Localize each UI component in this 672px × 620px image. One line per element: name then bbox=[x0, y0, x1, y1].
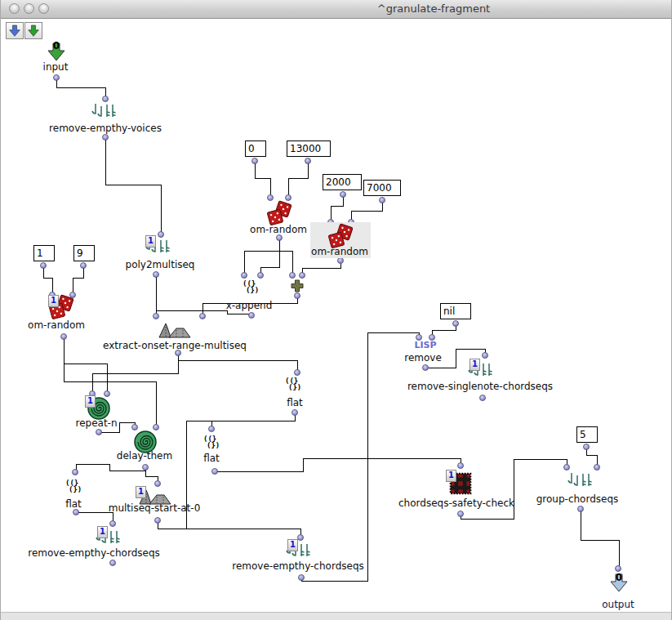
eval-once-badge[interactable]: 1 bbox=[145, 235, 156, 248]
outlet[interactable] bbox=[110, 560, 116, 566]
node-label-flat[interactable]: flat bbox=[287, 397, 303, 408]
node-label-delay-them[interactable]: delay-them bbox=[117, 450, 172, 462]
inlet[interactable] bbox=[483, 353, 488, 359]
notes-icon[interactable] bbox=[567, 471, 595, 492]
outlet[interactable] bbox=[81, 263, 87, 269]
inlet[interactable] bbox=[154, 314, 159, 319]
outlet[interactable] bbox=[305, 158, 311, 164]
dice-icon[interactable] bbox=[265, 200, 293, 226]
node-label-output[interactable]: output bbox=[602, 599, 634, 610]
eval-once-badge[interactable]: 1 bbox=[136, 486, 146, 498]
node-label-flat[interactable]: flat bbox=[203, 453, 220, 464]
node-label-flat[interactable]: flat bbox=[65, 498, 82, 510]
outlet[interactable] bbox=[292, 410, 298, 416]
list-icon[interactable]: ((} (}) bbox=[243, 280, 259, 293]
node-label-om-random[interactable]: om-random bbox=[311, 246, 368, 257]
zoom-button[interactable] bbox=[38, 3, 49, 14]
outlet[interactable] bbox=[277, 235, 283, 241]
node-label-multiseq-start-at-0[interactable]: multiseq-start-at-0 bbox=[109, 502, 201, 514]
node-label-input[interactable]: input bbox=[43, 61, 69, 73]
node-label-repeat-n[interactable]: repeat-n bbox=[75, 417, 117, 429]
outlet[interactable] bbox=[155, 518, 161, 524]
outlet[interactable] bbox=[154, 272, 159, 278]
node-label-om-random[interactable]: om-random bbox=[250, 224, 307, 235]
outlet[interactable] bbox=[380, 198, 385, 203]
inlet[interactable] bbox=[458, 463, 464, 469]
node-label-chordseqs-safety-check[interactable]: chordseqs-safety-check bbox=[398, 497, 514, 509]
outlet[interactable] bbox=[453, 321, 459, 327]
inlet[interactable] bbox=[594, 465, 600, 471]
outlet[interactable] bbox=[249, 313, 255, 319]
list-icon[interactable]: ((} (}) bbox=[285, 377, 301, 390]
list-icon[interactable]: ((} (}) bbox=[65, 479, 82, 493]
outlet[interactable] bbox=[299, 575, 305, 581]
title-bar: ^granulate-fragment bbox=[1, 0, 672, 19]
outlet[interactable] bbox=[295, 293, 300, 299]
node-label-poly2multiseq[interactable]: poly2multiseq bbox=[126, 259, 195, 270]
inlet[interactable] bbox=[298, 535, 304, 541]
inlet[interactable] bbox=[242, 273, 247, 279]
node-label-remove-empthy-chordseqs[interactable]: remove-empthy-chordseqs bbox=[232, 560, 364, 572]
plus-icon[interactable] bbox=[290, 279, 305, 293]
constant-box[interactable]: nil bbox=[440, 303, 471, 319]
node-label-x-append[interactable]: x-append bbox=[226, 300, 273, 311]
inlet[interactable] bbox=[616, 566, 621, 572]
mountain-icon[interactable] bbox=[157, 320, 193, 340]
inlet[interactable] bbox=[110, 521, 116, 527]
inlet[interactable] bbox=[200, 314, 206, 319]
eval-once-badge[interactable]: 1 bbox=[97, 526, 108, 538]
outlet[interactable] bbox=[340, 192, 346, 198]
node-label-extract-onset-range-multiseq[interactable]: extract-onset-range-multiseq bbox=[103, 340, 247, 351]
inlet[interactable] bbox=[295, 370, 300, 376]
inlet[interactable] bbox=[564, 465, 570, 471]
constant-box[interactable]: 2000 bbox=[323, 174, 362, 190]
node-label-remove-empthy-chordseqs[interactable]: remove-empthy-chordseqs bbox=[28, 547, 160, 559]
inlet[interactable] bbox=[258, 273, 264, 279]
window-title: ^granulate-fragment bbox=[377, 2, 490, 15]
inlet[interactable] bbox=[290, 273, 296, 279]
constant-box[interactable]: 7000 bbox=[363, 180, 401, 196]
outlet[interactable] bbox=[103, 135, 109, 141]
outlet[interactable] bbox=[584, 444, 590, 450]
notes-icon[interactable] bbox=[91, 101, 119, 123]
toolbar-blue-arrow-button[interactable] bbox=[6, 22, 24, 39]
outlet[interactable] bbox=[143, 465, 149, 471]
toolbar-green-arrow-button[interactable] bbox=[24, 22, 42, 39]
eval-once-badge[interactable]: 1 bbox=[287, 539, 298, 551]
outlet[interactable] bbox=[96, 430, 102, 435]
inlet[interactable] bbox=[155, 481, 161, 487]
eval-once-badge[interactable]: 1 bbox=[446, 470, 456, 482]
outlet[interactable] bbox=[54, 75, 60, 81]
constant-box[interactable]: 1 bbox=[33, 245, 55, 261]
node-label-group-chordseqs[interactable]: group-chordseqs bbox=[536, 493, 619, 505]
list-icon[interactable]: ((} (}) bbox=[203, 435, 220, 448]
inlet[interactable] bbox=[300, 273, 305, 279]
constant-box[interactable]: 0 bbox=[245, 141, 266, 157]
outlet[interactable] bbox=[480, 395, 486, 401]
outlet[interactable] bbox=[252, 158, 258, 164]
constant-box[interactable]: 13000 bbox=[287, 141, 331, 157]
outlet[interactable] bbox=[73, 510, 79, 515]
list-icon-bottom: (}) bbox=[246, 287, 259, 293]
inlet[interactable] bbox=[73, 470, 78, 475]
constant-box[interactable]: 9 bbox=[73, 245, 95, 261]
minimize-button[interactable] bbox=[24, 3, 34, 14]
lisp-icon[interactable]: LISP bbox=[414, 340, 436, 350]
inlet[interactable] bbox=[209, 426, 215, 432]
constant-box[interactable]: 5 bbox=[576, 426, 598, 443]
node-label-remove[interactable]: remove bbox=[404, 352, 442, 364]
eval-once-badge[interactable]: 1 bbox=[85, 395, 96, 408]
eval-once-badge[interactable]: 1 bbox=[470, 359, 480, 371]
node-label-om-random[interactable]: om-random bbox=[28, 319, 85, 331]
outlet[interactable] bbox=[423, 365, 429, 371]
outlet[interactable] bbox=[338, 258, 344, 264]
outlet[interactable] bbox=[458, 511, 464, 517]
node-label-remove-empthy-voices[interactable]: remove-empthy-voices bbox=[49, 123, 162, 134]
outlet[interactable] bbox=[212, 469, 218, 475]
outlet[interactable] bbox=[41, 263, 47, 269]
close-button[interactable] bbox=[9, 3, 20, 14]
eval-once-badge[interactable]: 1 bbox=[48, 295, 59, 307]
outlet[interactable] bbox=[578, 506, 584, 512]
node-label-remove-singlenote-chordseqs[interactable]: remove-singlenote-chordseqs bbox=[407, 381, 553, 392]
outlet[interactable] bbox=[61, 334, 67, 340]
